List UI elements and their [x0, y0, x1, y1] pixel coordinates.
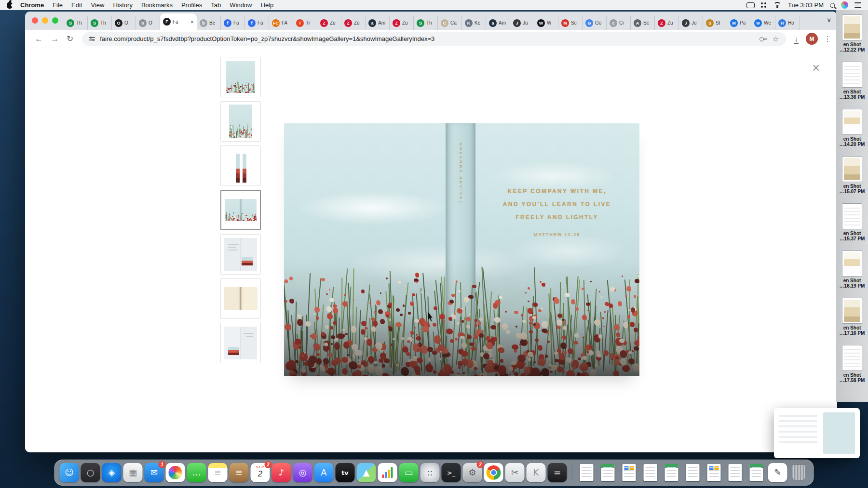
dock-calendar[interactable]: SEP22	[251, 463, 270, 482]
browser-tab-22[interactable]: GGo	[583, 16, 607, 30]
forward-button[interactable]: →	[51, 35, 59, 43]
dock-podcasts[interactable]: ◎	[293, 463, 312, 482]
close-gallery-button[interactable]: ×	[812, 62, 820, 75]
dock-document-9[interactable]	[747, 463, 766, 482]
dock-document-3[interactable]	[620, 463, 639, 482]
control-center-icon[interactable]	[854, 2, 861, 8]
dock-maps[interactable]: ▲	[357, 463, 376, 482]
reload-button[interactable]: ↻	[67, 35, 73, 43]
zoom-window-button[interactable]	[52, 17, 58, 24]
wifi-icon[interactable]	[773, 2, 782, 8]
desktop-screenshot-2[interactable]: en Shot…13.36 PM	[836, 57, 868, 100]
browser-tab-20[interactable]: WW	[534, 16, 558, 30]
browser-tab-29[interactable]: wWe	[751, 16, 775, 30]
gallery-thumbnail-5[interactable]	[220, 234, 261, 275]
site-info-icon[interactable]	[89, 36, 95, 41]
menu-profiles[interactable]: Profiles	[181, 1, 202, 9]
browser-tab-26[interactable]: JJu	[679, 16, 703, 30]
dock-facetime[interactable]: ▭	[399, 463, 419, 482]
menu-bookmarks[interactable]: Bookmarks	[141, 1, 173, 9]
shortcuts-status-icon[interactable]	[761, 2, 767, 8]
dock-document-4[interactable]	[641, 463, 660, 482]
dock-document-8[interactable]	[726, 463, 745, 482]
dock-photos[interactable]	[166, 463, 185, 482]
spotlight-search-icon[interactable]	[830, 3, 835, 8]
gallery-thumbnail-3[interactable]	[220, 145, 261, 186]
browser-tab-2[interactable]: STh	[88, 16, 112, 30]
browser-tab-17[interactable]: KKe	[462, 16, 486, 30]
browser-tab-1[interactable]: STh	[64, 16, 88, 30]
dock-screenshot-tool[interactable]: ✂	[505, 463, 525, 482]
browser-tab-6[interactable]: bBe	[197, 16, 221, 30]
dock-mail[interactable]: ✉1	[145, 463, 164, 482]
profile-avatar[interactable]: M	[806, 33, 818, 45]
tab-close-icon[interactable]: ×	[190, 19, 194, 25]
browser-tab-23[interactable]: cCi	[607, 16, 631, 30]
browser-tab-30[interactable]: HHo	[775, 16, 800, 30]
browser-tab-21[interactable]: MSc	[558, 16, 583, 30]
display-status-icon[interactable]	[746, 2, 755, 8]
dock-chrome[interactable]	[484, 463, 503, 482]
gallery-thumbnail-4[interactable]	[220, 190, 261, 230]
browser-tab-13[interactable]: aAm	[366, 16, 390, 30]
back-button[interactable]: ←	[35, 35, 43, 43]
browser-tab-19[interactable]: JJu	[510, 16, 534, 30]
dock-document-1[interactable]	[577, 463, 597, 482]
desktop-screenshot-6[interactable]: en Shot…16.19 PM	[836, 246, 868, 289]
dock-app-store[interactable]: A	[314, 463, 334, 482]
dock-stocks[interactable]	[378, 463, 397, 482]
tab-search-chevron-icon[interactable]: ∨	[827, 16, 831, 24]
dock-trash[interactable]	[789, 463, 809, 482]
desktop-screenshot-4[interactable]: en Shot…15.07 PM	[836, 152, 868, 194]
desktop-screenshot-3[interactable]: en Shot…14.20 PM	[836, 105, 868, 147]
menu-tab[interactable]: Tab	[211, 1, 221, 9]
browser-tab-14[interactable]: ZZu	[390, 16, 414, 30]
dock-launchpad[interactable]: ::	[420, 463, 440, 482]
browser-tab-9[interactable]: FCFA	[269, 16, 293, 30]
dock-tv[interactable]: tv	[336, 463, 355, 482]
desktop-screenshot-7[interactable]: en Shot…17.16 PM	[836, 293, 868, 336]
menu-view[interactable]: View	[91, 1, 104, 9]
desktop-screenshot-8[interactable]: en Shot…17.58 PM	[836, 341, 868, 383]
browser-tab-11[interactable]: ZZu	[317, 16, 341, 30]
dock-keychain[interactable]: K	[527, 463, 546, 482]
browser-tab-28[interactable]: MPa	[727, 16, 751, 30]
dock-document-2[interactable]	[598, 463, 618, 482]
bookmark-star-icon[interactable]: ☆	[773, 35, 779, 42]
gallery-thumbnail-1[interactable]	[220, 57, 261, 97]
browser-tab-8[interactable]: fFa	[245, 16, 269, 30]
dock-markup-pen[interactable]: ✎	[768, 463, 787, 482]
menu-edit[interactable]: Edit	[71, 1, 82, 9]
menu-file[interactable]: File	[53, 1, 63, 9]
browser-tab-18[interactable]: aAm	[486, 16, 510, 30]
desktop-screenshot-1[interactable]: en Shot…12.22 PM	[836, 10, 868, 53]
gallery-thumbnail-7[interactable]	[220, 323, 261, 363]
browser-tab-16[interactable]: CCa	[438, 16, 462, 30]
downloads-icon[interactable]: ↓	[795, 35, 799, 42]
dock-preview[interactable]: ▦	[123, 463, 143, 482]
password-key-icon[interactable]	[760, 37, 767, 41]
browser-tab-27[interactable]: SSt	[703, 16, 727, 30]
url-text[interactable]: faire.com/product/p_s7fsdvdtbp?productOp…	[100, 35, 754, 42]
apple-menu-icon[interactable]	[7, 2, 13, 9]
menu-help[interactable]: Help	[261, 1, 274, 9]
dock-document-5[interactable]	[662, 463, 681, 482]
dock-safari[interactable]: ◈	[102, 463, 122, 482]
menu-bar-clock[interactable]: Tue 3:03 PM	[788, 1, 824, 9]
url-bar[interactable]: faire.com/product/p_s7fsdvdtbp?productOp…	[82, 32, 786, 46]
menu-window[interactable]: Window	[230, 1, 252, 9]
menu-history[interactable]: History	[113, 1, 132, 9]
dock-document-6[interactable]	[683, 463, 703, 482]
dock-terminal[interactable]: >_	[442, 463, 461, 482]
browser-tab-5[interactable]: FFa×	[160, 13, 197, 30]
dock-journal[interactable]: ≡	[230, 463, 249, 482]
dock-music[interactable]: ♪	[272, 463, 291, 482]
dock-dark-app[interactable]: ○	[81, 463, 100, 482]
siri-icon[interactable]	[841, 1, 848, 9]
active-app-name[interactable]: Chrome	[20, 1, 44, 9]
minimize-window-button[interactable]	[42, 17, 48, 24]
screenshot-preview-popup[interactable]	[774, 408, 860, 458]
browser-tab-25[interactable]: ZZu	[655, 16, 679, 30]
gallery-thumbnail-2[interactable]	[220, 101, 261, 142]
dock-system-settings[interactable]: ⚙2	[463, 463, 482, 482]
